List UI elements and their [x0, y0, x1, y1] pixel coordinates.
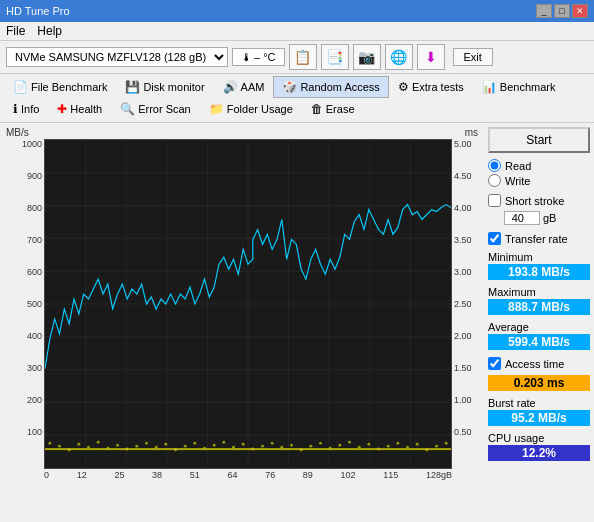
svg-point-55 — [396, 442, 399, 445]
svg-point-31 — [164, 443, 167, 446]
menu-file[interactable]: File — [6, 24, 25, 38]
tab-random-access[interactable]: 🎲 Random Access — [273, 76, 388, 98]
svg-point-36 — [213, 444, 216, 447]
menu-help[interactable]: Help — [37, 24, 62, 38]
svg-point-60 — [445, 442, 448, 445]
maximize-button[interactable]: □ — [554, 4, 570, 18]
access-time-value: 0.203 ms — [488, 375, 590, 391]
svg-point-49 — [338, 444, 341, 447]
short-stroke-text: Short stroke — [505, 195, 564, 207]
svg-point-34 — [193, 442, 196, 445]
temp-button[interactable]: 🌡 – °C — [232, 48, 285, 66]
short-stroke-label[interactable]: Short stroke — [488, 194, 590, 207]
svg-point-54 — [387, 445, 390, 448]
svg-point-33 — [184, 445, 187, 448]
chart-container: MB/s ms 1000 900 800 700 600 500 400 300… — [0, 123, 484, 522]
read-label: Read — [505, 160, 531, 172]
stroke-row: gB — [504, 211, 590, 225]
tab-extra-tests[interactable]: ⚙ Extra tests — [389, 76, 473, 98]
tab-erase[interactable]: 🗑 Erase — [302, 98, 364, 120]
extra-tests-icon: ⚙ — [398, 80, 409, 94]
svg-point-39 — [242, 443, 245, 446]
svg-point-23 — [87, 446, 90, 449]
copy2-icon-btn[interactable]: 📑 — [321, 44, 349, 70]
svg-point-44 — [290, 444, 293, 447]
toolbar: NVMe SAMSUNG MZFLV128 (128 gB) 🌡 – °C 📋 … — [0, 41, 594, 74]
folder-usage-icon: 📁 — [209, 102, 224, 116]
camera-icon-btn[interactable]: 📷 — [353, 44, 381, 70]
file-benchmark-icon: 📄 — [13, 80, 28, 94]
x-axis: 0 12 25 38 51 64 76 89 102 115 128gB — [4, 469, 452, 480]
error-scan-icon: 🔍 — [120, 102, 135, 116]
svg-point-20 — [58, 445, 61, 448]
svg-point-35 — [203, 447, 206, 450]
svg-point-29 — [145, 442, 148, 445]
main-content: MB/s ms 1000 900 800 700 600 500 400 300… — [0, 123, 594, 522]
svg-point-19 — [48, 442, 51, 445]
tab-file-benchmark[interactable]: 📄 File Benchmark — [4, 76, 116, 98]
read-radio-label[interactable]: Read — [488, 159, 590, 172]
write-radio-label[interactable]: Write — [488, 174, 590, 187]
close-button[interactable]: ✕ — [572, 4, 588, 18]
chart-area — [44, 139, 452, 469]
svg-point-57 — [416, 443, 419, 446]
minimize-button[interactable]: _ — [536, 4, 552, 18]
min-value: 193.8 MB/s — [488, 264, 590, 280]
svg-point-32 — [174, 449, 177, 452]
transfer-rate-checkbox[interactable] — [488, 232, 501, 245]
tab-folder-usage[interactable]: 📁 Folder Usage — [200, 98, 302, 120]
svg-rect-18 — [45, 448, 451, 450]
access-time-label-row[interactable]: Access time — [488, 357, 590, 370]
short-stroke-checkbox[interactable] — [488, 194, 501, 207]
cpu-value: 12.2% — [488, 445, 590, 461]
burst-rate-stat: Burst rate 95.2 MB/s — [488, 397, 590, 426]
svg-point-24 — [97, 441, 100, 444]
exit-button[interactable]: Exit — [453, 48, 493, 66]
svg-point-41 — [261, 445, 264, 448]
stroke-unit: gB — [543, 212, 556, 224]
max-label: Maximum — [488, 286, 536, 298]
tab-disk-monitor[interactable]: 💾 Disk monitor — [116, 76, 213, 98]
y-label-right: ms — [465, 127, 478, 138]
download-icon-btn[interactable]: ⬇ — [417, 44, 445, 70]
svg-point-26 — [116, 444, 119, 447]
svg-point-59 — [435, 445, 438, 448]
window-title: HD Tune Pro — [6, 5, 70, 17]
tab-info[interactable]: ℹ Info — [4, 98, 48, 120]
min-stat: Minimum 193.8 MB/s — [488, 251, 590, 280]
svg-point-43 — [280, 446, 283, 449]
device-select[interactable]: NVMe SAMSUNG MZFLV128 (128 gB) — [6, 47, 228, 67]
chart-svg — [45, 140, 451, 468]
avg-stat: Average 599.4 MB/s — [488, 321, 590, 350]
access-time-checkbox[interactable] — [488, 357, 501, 370]
y-label-left: MB/s — [6, 127, 29, 138]
info-icon: ℹ — [13, 102, 18, 116]
right-panel: Start Read Write Short stroke gB Transfe… — [484, 123, 594, 522]
svg-point-53 — [377, 448, 380, 451]
tab-aam[interactable]: 🔊 AAM — [214, 76, 274, 98]
y-axis-right: 5.00 4.50 4.00 3.50 3.00 2.50 2.00 1.50 … — [452, 139, 484, 469]
health-icon: ✚ — [57, 102, 67, 116]
tab-benchmark[interactable]: 📊 Benchmark — [473, 76, 565, 98]
min-label: Minimum — [488, 251, 533, 263]
cpu-stat: CPU usage 12.2% — [488, 432, 590, 461]
write-radio[interactable] — [488, 174, 501, 187]
radio-group: Read Write — [488, 159, 590, 187]
read-radio[interactable] — [488, 159, 501, 172]
transfer-rate-text: Transfer rate — [505, 233, 568, 245]
menubar: File Help — [0, 22, 594, 41]
copy-icon-btn[interactable]: 📋 — [289, 44, 317, 70]
svg-point-38 — [232, 446, 235, 449]
erase-icon: 🗑 — [311, 102, 323, 116]
tab-error-scan[interactable]: 🔍 Error Scan — [111, 98, 200, 120]
svg-point-40 — [251, 448, 254, 451]
tab-health[interactable]: ✚ Health — [48, 98, 111, 120]
stroke-input[interactable] — [504, 211, 540, 225]
chart-labels-top: MB/s ms — [4, 127, 484, 138]
access-time-text: Access time — [505, 358, 564, 370]
transfer-rate-label[interactable]: Transfer rate — [488, 232, 590, 245]
disk-monitor-icon: 💾 — [125, 80, 140, 94]
internet-icon-btn[interactable]: 🌐 — [385, 44, 413, 70]
aam-icon: 🔊 — [223, 80, 238, 94]
start-button[interactable]: Start — [488, 127, 590, 153]
